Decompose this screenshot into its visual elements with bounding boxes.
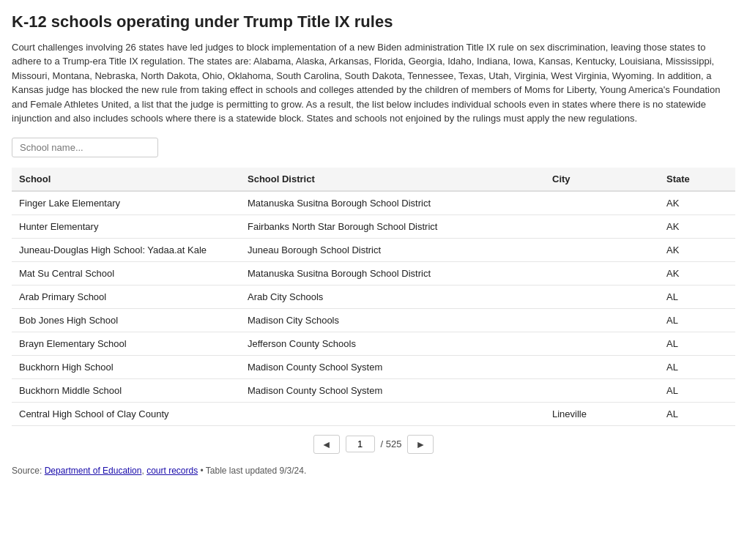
- source-link-doe[interactable]: Department of Education: [45, 466, 142, 476]
- search-input[interactable]: [12, 138, 158, 157]
- table-row: Juneau-Douglas High School: Yadaa.at Kal…: [12, 238, 735, 261]
- cell-district: [240, 402, 545, 425]
- page-title: K-12 schools operating under Trump Title…: [12, 12, 735, 33]
- col-header-district: School District: [240, 168, 545, 191]
- table-row: Brayn Elementary SchoolJefferson County …: [12, 332, 735, 355]
- pagination: ◄ / 525 ►: [12, 426, 735, 460]
- page-total: / 525: [381, 438, 402, 449]
- cell-school: Juneau-Douglas High School: Yadaa.at Kal…: [12, 238, 240, 261]
- table-row: Finger Lake ElementaryMatanuska Susitna …: [12, 191, 735, 215]
- page-description: Court challenges involving 26 states hav…: [12, 40, 735, 126]
- cell-city: [545, 378, 659, 402]
- cell-state: AL: [659, 402, 735, 425]
- cell-state: AK: [659, 214, 735, 238]
- cell-district: Matanuska Susitna Borough School Distric…: [240, 191, 545, 215]
- cell-school: Buckhorn High School: [12, 355, 240, 378]
- cell-city: [545, 261, 659, 285]
- table-row: Bob Jones High SchoolMadison City School…: [12, 308, 735, 332]
- cell-city: [545, 308, 659, 332]
- page-number-input[interactable]: [346, 436, 375, 452]
- cell-state: AL: [659, 378, 735, 402]
- source-suffix: • Table last updated 9/3/24.: [198, 466, 306, 476]
- cell-district: Madison County School System: [240, 378, 545, 402]
- cell-city: [545, 285, 659, 308]
- cell-city: Lineville: [545, 402, 659, 425]
- prev-page-button[interactable]: ◄: [313, 435, 340, 454]
- cell-state: AK: [659, 238, 735, 261]
- cell-school: Mat Su Central School: [12, 261, 240, 285]
- cell-school: Finger Lake Elementary: [12, 191, 240, 215]
- table-header-row: School School District City State: [12, 168, 735, 191]
- cell-district: Jefferson County Schools: [240, 332, 545, 355]
- cell-school: Brayn Elementary School: [12, 332, 240, 355]
- cell-state: AK: [659, 191, 735, 215]
- cell-city: [545, 355, 659, 378]
- cell-city: [545, 214, 659, 238]
- table-row: Central High School of Clay CountyLinevi…: [12, 402, 735, 425]
- cell-state: AL: [659, 332, 735, 355]
- cell-state: AL: [659, 308, 735, 332]
- cell-district: Arab City Schools: [240, 285, 545, 308]
- cell-school: Central High School of Clay County: [12, 402, 240, 425]
- cell-state: AL: [659, 285, 735, 308]
- cell-state: AK: [659, 261, 735, 285]
- cell-state: AL: [659, 355, 735, 378]
- next-page-button[interactable]: ►: [407, 435, 434, 454]
- cell-district: Madison County School System: [240, 355, 545, 378]
- table-row: Buckhorn High SchoolMadison County Schoo…: [12, 355, 735, 378]
- source-prefix: Source:: [12, 466, 45, 476]
- cell-school: Bob Jones High School: [12, 308, 240, 332]
- col-header-state: State: [659, 168, 735, 191]
- cell-school: Hunter Elementary: [12, 214, 240, 238]
- cell-city: [545, 191, 659, 215]
- cell-school: Arab Primary School: [12, 285, 240, 308]
- col-header-city: City: [545, 168, 659, 191]
- table-row: Arab Primary SchoolArab City SchoolsAL: [12, 285, 735, 308]
- schools-table: School School District City State Finger…: [12, 168, 735, 426]
- cell-district: Fairbanks North Star Borough School Dist…: [240, 214, 545, 238]
- cell-district: Matanuska Susitna Borough School Distric…: [240, 261, 545, 285]
- table-row: Buckhorn Middle SchoolMadison County Sch…: [12, 378, 735, 402]
- source-link-court[interactable]: court records: [146, 466, 198, 476]
- source-line: Source: Department of Education, court r…: [12, 466, 735, 476]
- cell-district: Juneau Borough School District: [240, 238, 545, 261]
- cell-city: [545, 238, 659, 261]
- cell-city: [545, 332, 659, 355]
- table-row: Hunter ElementaryFairbanks North Star Bo…: [12, 214, 735, 238]
- cell-school: Buckhorn Middle School: [12, 378, 240, 402]
- cell-district: Madison City Schools: [240, 308, 545, 332]
- table-row: Mat Su Central SchoolMatanuska Susitna B…: [12, 261, 735, 285]
- col-header-school: School: [12, 168, 240, 191]
